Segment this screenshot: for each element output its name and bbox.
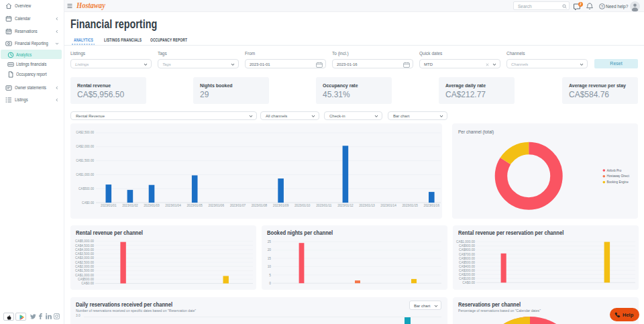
svg-text:2023/01/13: 2023/01/13 [359, 204, 375, 207]
svg-text:?: ? [601, 5, 603, 9]
svg-text:2023/01/08: 2023/01/08 [252, 204, 268, 207]
svg-text:CA$2,000.00: CA$2,000.00 [76, 145, 94, 148]
svg-text:2023/01/10: 2023/01/10 [294, 204, 311, 207]
svg-text:CA$500.00: CA$500.00 [78, 278, 94, 281]
svg-text:2023/01/03: 2023/01/03 [144, 204, 160, 207]
svg-text:CA$4,000.00: CA$4,000.00 [75, 248, 94, 252]
svg-text:2023/01/09: 2023/01/09 [273, 204, 289, 207]
svg-text:CA$3,500.00: CA$3,500.00 [75, 252, 94, 256]
svg-text:2: 2 [580, 2, 582, 6]
svg-text:2023/01/11: 2023/01/11 [316, 204, 332, 207]
svg-text:CA$0.00: CA$0.00 [82, 201, 94, 205]
svg-text:CA$2,000.00: CA$2,000.00 [75, 265, 94, 268]
svg-text:CA$1,500.00: CA$1,500.00 [76, 159, 94, 162]
svg-text:CA$600.00: CA$600.00 [459, 257, 475, 260]
svg-text:CA$800.00: CA$800.00 [459, 248, 475, 252]
svg-text:CA$300.00: CA$300.00 [459, 269, 475, 272]
svg-text:CA$1,000.00: CA$1,000.00 [456, 240, 475, 244]
svg-text:CA$2,500.00: CA$2,500.00 [76, 131, 94, 134]
svg-text:2023/01/01: 2023/01/01 [101, 204, 117, 207]
svg-text:CA$0.00: CA$0.00 [462, 281, 475, 284]
svg-text:CA$400.00: CA$400.00 [459, 265, 475, 268]
svg-text:2023/01/02: 2023/01/02 [122, 204, 138, 207]
svg-text:2023/01/15: 2023/01/15 [402, 204, 418, 207]
svg-text:2023/01/16: 2023/01/16 [424, 204, 440, 207]
svg-text:2023/01/05: 2023/01/05 [186, 204, 203, 207]
svg-text:15: 15 [268, 257, 272, 260]
svg-text:2023/01/06: 2023/01/06 [209, 204, 225, 207]
svg-text:Hostaway Direct: Hostaway Direct [607, 174, 630, 178]
svg-text:CA$1,500.00: CA$1,500.00 [75, 269, 94, 272]
svg-text:20: 20 [268, 248, 272, 252]
svg-text:CA$500.00: CA$500.00 [459, 261, 475, 264]
svg-text:CA$100.00: CA$100.00 [459, 277, 475, 280]
svg-text:CA$700.00: CA$700.00 [459, 253, 475, 256]
svg-text:CA$4,500.00: CA$4,500.00 [75, 244, 94, 248]
svg-text:5: 5 [269, 274, 271, 277]
svg-text:CA$200.00: CA$200.00 [459, 273, 475, 276]
svg-text:0: 0 [269, 282, 271, 285]
svg-text:25: 25 [268, 240, 272, 244]
svg-text:CA$2,500.00: CA$2,500.00 [75, 261, 94, 264]
svg-text:CA$1,000.00: CA$1,000.00 [76, 173, 94, 176]
svg-text:CA$500.00: CA$500.00 [78, 187, 94, 191]
svg-text:CA$900.00: CA$900.00 [459, 244, 475, 248]
svg-text:CA$0.00: CA$0.00 [81, 282, 94, 285]
svg-text:10: 10 [268, 265, 272, 268]
svg-text:Per channel (total): Per channel (total) [458, 129, 494, 135]
svg-text:2023/01/14: 2023/01/14 [380, 204, 396, 207]
svg-text:3.0: 3.0 [76, 314, 80, 317]
svg-text:Booking Engine: Booking Engine [607, 180, 629, 184]
svg-text:2023/01/07: 2023/01/07 [230, 204, 246, 207]
svg-text:Airbnb Pro: Airbnb Pro [607, 169, 622, 172]
svg-text:CA$3,000.00: CA$3,000.00 [75, 256, 94, 260]
svg-text:2023/01/12: 2023/01/12 [337, 204, 354, 207]
svg-text:CA$5,000.00: CA$5,000.00 [75, 239, 94, 243]
svg-text:2023/01/04: 2023/01/04 [165, 204, 181, 207]
svg-text:CA$1,000.00: CA$1,000.00 [75, 274, 94, 277]
